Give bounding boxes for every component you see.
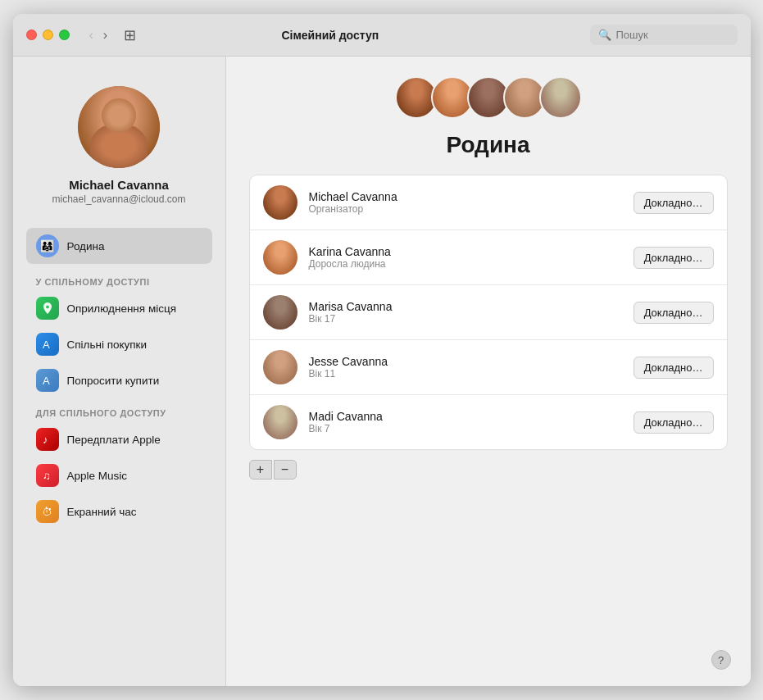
family-list: Michael Cavanna Організатор Докладно… Ka…: [249, 175, 728, 450]
sidebar-family-label: Родина: [67, 240, 105, 252]
svg-text:A: A: [43, 339, 50, 351]
sidebar-purchases-label: Спільні покупки: [67, 339, 148, 351]
sidebar-screen-time-label: Екранний час: [67, 506, 137, 518]
sidebar-apple-sub-label: Передплати Apple: [67, 434, 161, 446]
detail-button-2[interactable]: Докладно…: [634, 247, 714, 269]
sidebar-item-ask[interactable]: A Попросити купити: [26, 363, 212, 398]
svg-text:⏱: ⏱: [42, 506, 52, 518]
member-name-3: Marisa Cavanna: [309, 300, 622, 313]
member-avatar-5: [263, 405, 297, 439]
member-info-5: Madi Cavanna Вік 7: [309, 410, 622, 434]
member-info-3: Marisa Cavanna Вік 17: [309, 300, 622, 325]
profile-section: Michael Cavanna michael_cavanna@icloud.c…: [26, 73, 212, 225]
member-role-1: Організатор: [309, 203, 622, 215]
family-avatar-5: [539, 76, 582, 119]
member-name-4: Jesse Cavanna: [309, 355, 622, 368]
family-title: Родина: [249, 132, 728, 158]
traffic-lights: [26, 30, 70, 40]
table-row: Marisa Cavanna Вік 17 Докладно…: [250, 285, 727, 340]
sidebar-item-apple-sub[interactable]: ♪ Передплати Apple: [26, 422, 212, 457]
table-row: Madi Cavanna Вік 7 Докладно…: [250, 395, 727, 449]
remove-member-button[interactable]: −: [274, 460, 297, 480]
member-info-2: Karina Cavanna Доросла людина: [309, 245, 622, 270]
detail-button-4[interactable]: Докладно…: [634, 357, 714, 379]
ask-icon: A: [36, 369, 59, 392]
sidebar-ask-label: Попросити купити: [67, 375, 160, 387]
table-row: Jesse Cavanna Вік 11 Докладно…: [250, 340, 727, 395]
table-row: Karina Cavanna Доросла людина Докладно…: [250, 230, 727, 285]
table-row: Michael Cavanna Організатор Докладно…: [250, 175, 727, 230]
list-controls: + −: [249, 460, 728, 480]
content-area: Michael Cavanna michael_cavanna@icloud.c…: [13, 57, 751, 686]
sidebar: Michael Cavanna michael_cavanna@icloud.c…: [13, 57, 226, 686]
family-icon: 👨‍👩‍👧: [36, 234, 59, 257]
svg-text:♪: ♪: [43, 434, 48, 446]
section-shared-label: У СПІЛЬНОМУ ДОСТУПІ: [26, 267, 212, 290]
apple-music-icon: ♫: [36, 464, 59, 487]
search-input[interactable]: [616, 29, 715, 41]
member-name-1: Michael Cavanna: [309, 190, 622, 203]
member-role-2: Доросла людина: [309, 258, 622, 270]
maximize-button[interactable]: [59, 30, 70, 40]
apple-sub-icon: ♪: [36, 428, 59, 451]
avatar: [78, 86, 160, 168]
member-info-1: Michael Cavanna Організатор: [309, 190, 622, 215]
search-box[interactable]: 🔍: [590, 25, 738, 45]
sidebar-item-family[interactable]: 👨‍👩‍👧 Родина: [26, 228, 212, 264]
svg-point-1: [46, 306, 49, 309]
screen-time-icon: ⏱: [36, 500, 59, 523]
member-avatar-1: [263, 185, 297, 220]
profile-name: Michael Cavanna: [69, 178, 169, 192]
svg-text:♫: ♫: [43, 470, 51, 482]
sidebar-apple-music-label: Apple Music: [67, 470, 128, 482]
main-content: Родина Michael Cavanna Організатор Докла…: [226, 57, 751, 686]
member-role-3: Вік 17: [309, 313, 622, 325]
close-button[interactable]: [26, 30, 37, 40]
sidebar-location-label: Оприлюднення місця: [67, 302, 176, 315]
member-info-4: Jesse Cavanna Вік 11: [309, 355, 622, 380]
main-wrapper: Родина Michael Cavanna Організатор Докла…: [226, 57, 751, 686]
detail-button-5[interactable]: Докладно…: [634, 411, 714, 434]
help-button[interactable]: ?: [711, 650, 731, 670]
sidebar-item-location[interactable]: Оприлюднення місця: [26, 291, 212, 325]
detail-button-1[interactable]: Докладно…: [634, 192, 714, 214]
minimize-button[interactable]: [43, 30, 53, 40]
detail-button-3[interactable]: Докладно…: [634, 302, 714, 324]
avatar-image: [78, 86, 160, 168]
location-icon: [36, 297, 59, 320]
member-avatar-3: [263, 295, 297, 330]
sidebar-item-purchases[interactable]: A Спільні покупки: [26, 327, 212, 361]
main-window: ‹ › ⊞ Сімейний доступ 🔍 Michael Cavanna …: [13, 14, 751, 686]
titlebar: ‹ › ⊞ Сімейний доступ 🔍: [13, 14, 751, 57]
member-role-5: Вік 7: [309, 423, 622, 434]
profile-email: michael_cavanna@icloud.com: [52, 193, 186, 205]
window-title: Сімейний доступ: [80, 29, 579, 42]
section-for-shared-label: ДЛЯ СПІЛЬНОГО ДОСТУПУ: [26, 398, 212, 421]
member-name-5: Madi Cavanna: [309, 410, 622, 423]
member-role-4: Вік 11: [309, 368, 622, 380]
sidebar-item-apple-music[interactable]: ♫ Apple Music: [26, 458, 212, 493]
sidebar-item-screen-time[interactable]: ⏱ Екранний час: [26, 494, 212, 529]
member-avatar-2: [263, 240, 297, 275]
add-member-button[interactable]: +: [249, 460, 272, 480]
search-icon: 🔍: [598, 29, 611, 41]
family-avatars: [249, 76, 728, 119]
purchases-icon: A: [36, 333, 59, 356]
svg-text:A: A: [43, 375, 50, 387]
member-name-2: Karina Cavanna: [309, 245, 622, 258]
member-avatar-4: [263, 350, 297, 384]
